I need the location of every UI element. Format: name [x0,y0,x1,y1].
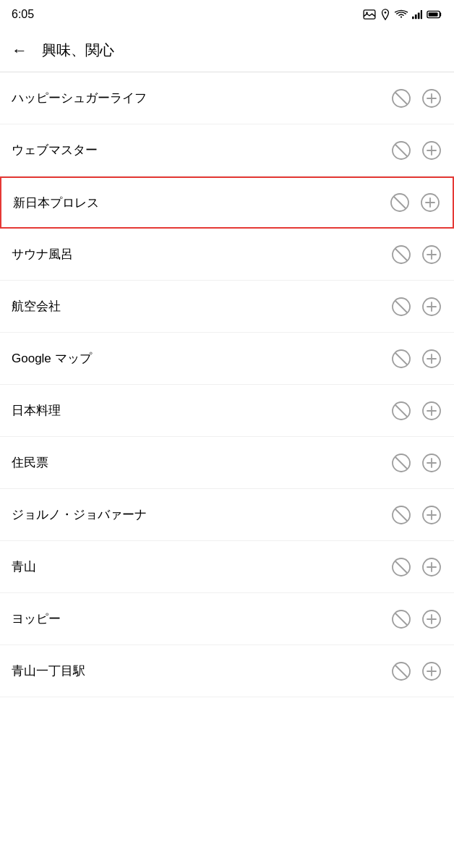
block-button[interactable] [390,348,412,370]
svg-line-30 [395,301,407,312]
list-item: 青山 [0,541,454,593]
block-button[interactable] [390,140,412,161]
svg-line-60 [395,613,407,625]
back-button[interactable]: ← [12,41,27,60]
header: ← 興味、関心 [0,29,454,72]
svg-line-15 [395,145,407,156]
block-button[interactable] [390,608,412,630]
item-label: ハッピーシュガーライフ [12,90,147,106]
list-item: ジョルノ・ジョバァーナ [0,489,454,541]
status-time: 6:05 [12,8,34,21]
add-button[interactable] [421,140,442,161]
item-actions [390,504,442,526]
status-icons [363,9,442,20]
block-button[interactable] [390,660,412,682]
block-button[interactable] [390,296,412,318]
item-label: 青山 [12,558,36,575]
item-actions [390,348,442,370]
svg-line-25 [395,249,407,260]
svg-line-40 [395,405,407,417]
svg-rect-3 [412,17,414,20]
svg-line-20 [394,197,406,208]
block-button[interactable] [390,452,412,474]
block-button[interactable] [390,88,412,109]
item-actions [390,88,442,109]
svg-rect-4 [415,14,417,19]
list-item: サウナ風呂 [0,229,454,281]
list-item: 青山一丁目駅 [0,645,454,697]
add-button[interactable] [421,88,442,109]
svg-line-35 [395,353,407,365]
svg-rect-6 [421,10,422,19]
list-item: ウェブマスター [0,124,454,176]
add-button[interactable] [421,504,442,526]
svg-rect-8 [429,12,438,17]
add-button[interactable] [421,660,442,682]
list-item: 日本料理 [0,385,454,437]
add-button[interactable] [421,296,442,318]
list-item: 住民票 [0,437,454,489]
item-label: 青山一丁目駅 [12,663,85,679]
svg-line-10 [395,93,407,104]
page-title: 興味、関心 [42,41,114,60]
block-button[interactable] [390,504,412,526]
item-actions [390,244,442,265]
add-button[interactable] [419,192,441,213]
item-actions [390,452,442,474]
list-item: ハッピーシュガーライフ [0,72,454,124]
list-item: 新日本プロレス [0,176,454,229]
add-button[interactable] [421,244,442,265]
item-label: ウェブマスター [12,142,98,158]
item-label: ジョルノ・ジョバァーナ [12,506,147,523]
item-actions [390,400,442,422]
item-label: 航空会社 [12,298,61,315]
item-actions [390,608,442,630]
location-icon [380,9,390,20]
add-button[interactable] [421,452,442,474]
list-item: Google マップ [0,333,454,385]
wifi-icon [395,9,408,20]
block-button[interactable] [390,244,412,265]
list-item: ヨッピー [0,593,454,645]
add-button[interactable] [421,608,442,630]
item-actions [389,192,441,213]
battery-icon [427,9,442,20]
item-actions [390,556,442,578]
item-label: 新日本プロレス [13,195,99,211]
item-actions [390,296,442,318]
list-item: 航空会社 [0,281,454,333]
item-label: 住民票 [12,454,48,471]
item-actions [390,660,442,682]
block-button[interactable] [390,556,412,578]
svg-line-45 [395,457,407,469]
svg-line-55 [395,561,407,573]
block-button[interactable] [390,400,412,422]
add-button[interactable] [421,556,442,578]
item-label: ヨッピー [12,610,61,627]
signal-icon [412,9,422,20]
item-label: 日本料理 [12,402,61,419]
block-button[interactable] [389,192,411,213]
svg-line-65 [395,665,407,677]
svg-line-50 [395,509,407,521]
item-label: Google マップ [12,350,92,367]
image-icon [363,9,376,20]
svg-point-2 [385,12,387,14]
item-actions [390,140,442,161]
item-label: サウナ風呂 [12,246,73,263]
svg-rect-5 [418,12,420,19]
add-button[interactable] [421,348,442,370]
add-button[interactable] [421,400,442,422]
interest-list: ハッピーシュガーライフ ウェブマスター 新日本プロレス [0,72,454,697]
status-bar: 6:05 [0,0,454,29]
